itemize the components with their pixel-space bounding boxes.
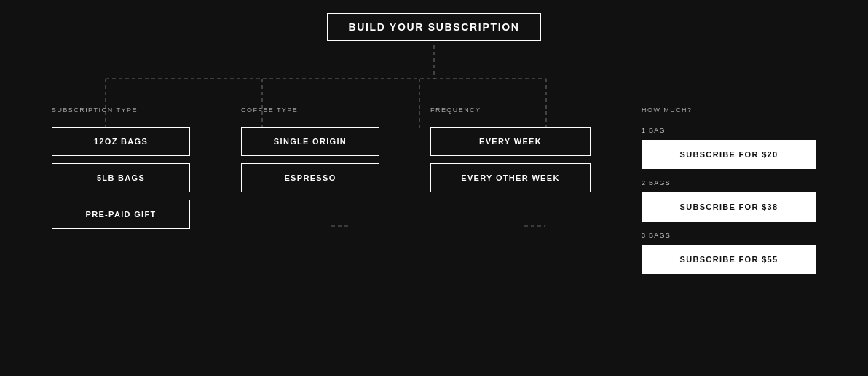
every-week-button[interactable]: EVERY WEEK <box>430 127 591 156</box>
pre-paid-gift-button[interactable]: PRE-PAID GIFT <box>52 200 190 229</box>
subscribe-2-bags-button[interactable]: SUBSCRIBE FOR $38 <box>642 192 816 222</box>
every-other-week-button[interactable]: EVERY OTHER WEEK <box>430 163 591 192</box>
coffee-type-label: COFFEE TYPE <box>241 106 298 114</box>
single-origin-button[interactable]: SINGLE ORIGIN <box>241 127 379 156</box>
12oz-bags-button[interactable]: 12OZ BAGS <box>52 127 190 156</box>
column-frequency: FREQUENCY EVERY WEEK EVERY OTHER WEEK <box>416 106 605 200</box>
3-bags-label: 3 BAGS <box>642 232 671 239</box>
1-bag-label: 1 BAG <box>642 127 666 134</box>
how-much-label: HOW MUCH? <box>642 106 692 114</box>
subscribe-1-bag-button[interactable]: SUBSCRIBE FOR $20 <box>642 140 816 169</box>
page: BUILD YOUR SUBSCRIPTION SUBSCRIPTION TYP <box>0 0 868 376</box>
columns-container: SUBSCRIPTION TYPE 12OZ BAGS 5LB BAGS PRE… <box>0 106 868 274</box>
subscription-type-label: SUBSCRIPTION TYPE <box>52 106 138 114</box>
2-bags-label: 2 BAGS <box>642 179 671 187</box>
column-subscription-type: SUBSCRIPTION TYPE 12OZ BAGS 5LB BAGS PRE… <box>37 106 205 236</box>
frequency-label: FREQUENCY <box>430 106 481 114</box>
column-how-much: HOW MUCH? 1 BAG SUBSCRIBE FOR $20 2 BAGS… <box>627 106 831 274</box>
espresso-button[interactable]: ESPRESSO <box>241 163 379 192</box>
subscribe-3-bags-button[interactable]: SUBSCRIBE FOR $55 <box>642 245 816 274</box>
page-title: BUILD YOUR SUBSCRIPTION <box>327 13 540 41</box>
5lb-bags-button[interactable]: 5LB BAGS <box>52 163 190 192</box>
column-coffee-type: COFFEE TYPE SINGLE ORIGIN ESPRESSO <box>226 106 394 200</box>
